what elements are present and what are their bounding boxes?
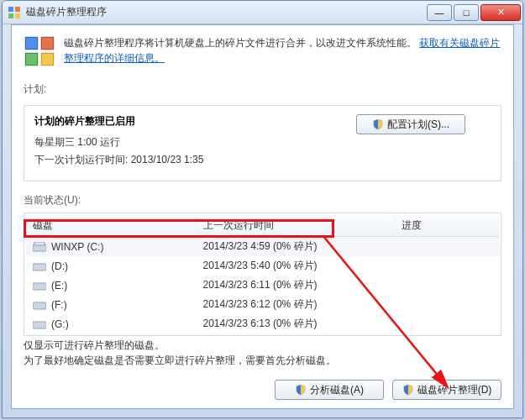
drive-last-run: 2014/3/23 4:59 (0% 碎片) (197, 237, 395, 257)
shield-icon (295, 384, 307, 396)
drive-last-run: 2014/3/23 5:40 (0% 碎片) (197, 256, 395, 276)
drive-last-run: 2014/3/23 6:12 (0% 碎片) (197, 295, 395, 314)
maximize-button[interactable]: □ (454, 4, 479, 21)
schedule-frequency: 每星期三 1:00 运行 (34, 135, 346, 150)
drive-name: (F:) (51, 299, 67, 311)
defragment-disk-button[interactable]: 磁盘碎片整理(D) (392, 380, 501, 400)
footer-buttons: 分析磁盘(A) 磁盘碎片整理(D) (275, 380, 501, 400)
defrag-big-icon (24, 35, 55, 67)
svg-rect-4 (25, 37, 37, 49)
drive-icon (33, 319, 46, 329)
svg-rect-3 (15, 13, 20, 18)
table-row[interactable]: (D:) 2014/3/23 5:40 (0% 碎片) (26, 256, 499, 276)
dialog-window: 磁盘碎片整理程序 ― □ ✕ 磁盘碎片整理程序将计算机硬盘上的碎片文件进行合并，… (2, 0, 523, 418)
minimize-button[interactable]: ― (427, 4, 452, 21)
drive-progress (395, 295, 499, 314)
schedule-enabled-title: 计划的碎片整理已启用 (34, 114, 346, 129)
col-disk[interactable]: 磁盘 (26, 215, 197, 237)
drive-icon (33, 261, 46, 271)
drive-last-run: 2014/3/23 6:13 (0% 碎片) (197, 314, 395, 333)
drive-last-run: 2014/3/23 6:11 (0% 碎片) (197, 276, 395, 295)
disk-table-wrap: 磁盘 上一次运行时间 进度 WINXP (C:) 2014/3/23 4:59 … (24, 213, 501, 336)
svg-rect-2 (8, 13, 13, 18)
svg-rect-12 (33, 302, 46, 309)
shield-icon (372, 118, 384, 130)
svg-rect-13 (33, 322, 46, 328)
drive-icon (33, 281, 46, 291)
analyze-disk-label: 分析磁盘(A) (310, 383, 364, 397)
drive-progress (395, 276, 499, 295)
intro-text: 磁盘碎片整理程序将计算机硬盘上的碎片文件进行合并，以改进文件系统性能。 (64, 37, 417, 49)
svg-rect-6 (25, 53, 37, 65)
drive-icon (33, 242, 46, 252)
current-status-label: 当前状态(U): (24, 193, 501, 207)
shield-icon (402, 384, 414, 396)
defragment-disk-label: 磁盘碎片整理(D) (417, 383, 492, 397)
content-pane: 磁盘碎片整理程序将计算机硬盘上的碎片文件进行合并，以改进文件系统性能。 获取有关… (11, 24, 514, 409)
close-button[interactable]: ✕ (480, 4, 521, 21)
schedule-next-run: 下一次计划运行时间: 2013/10/23 1:35 (34, 153, 346, 167)
svg-rect-5 (41, 37, 53, 49)
footnote-line2: 为了最好地确定磁盘是否需要立即进行碎片整理，需要首先分析磁盘。 (24, 353, 501, 368)
drive-progress (395, 256, 499, 276)
svg-rect-0 (8, 7, 13, 12)
defrag-app-icon (8, 6, 21, 19)
footnote: 仅显示可进行碎片整理的磁盘。 为了最好地确定磁盘是否需要立即进行碎片整理，需要首… (24, 338, 501, 368)
drive-name: (E:) (51, 280, 67, 291)
drive-progress (395, 237, 499, 257)
schedule-box: 计划的碎片整理已启用 每星期三 1:00 运行 下一次计划运行时间: 2013/… (24, 105, 501, 181)
intro-text-block: 磁盘碎片整理程序将计算机硬盘上的碎片文件进行合并，以改进文件系统性能。 获取有关… (64, 35, 501, 67)
svg-rect-7 (41, 53, 53, 65)
analyze-disk-button[interactable]: 分析磁盘(A) (275, 380, 384, 400)
col-progress[interactable]: 进度 (395, 215, 499, 237)
disk-table: 磁盘 上一次运行时间 进度 WINXP (C:) 2014/3/23 4:59 … (26, 215, 499, 333)
svg-rect-9 (34, 242, 45, 245)
table-row[interactable]: WINXP (C:) 2014/3/23 4:59 (0% 碎片) (26, 237, 499, 257)
window-title: 磁盘碎片整理程序 (26, 5, 425, 19)
svg-rect-10 (33, 264, 46, 270)
drive-name: WINXP (C:) (51, 241, 103, 253)
drive-name: (D:) (51, 260, 68, 272)
drive-progress (395, 314, 499, 333)
svg-rect-11 (33, 283, 46, 290)
plan-label: 计划: (24, 82, 501, 97)
drive-icon (33, 300, 46, 310)
svg-rect-1 (15, 7, 20, 12)
table-row[interactable]: (F:) 2014/3/23 6:12 (0% 碎片) (26, 295, 499, 314)
table-row[interactable]: (G:) 2014/3/23 6:13 (0% 碎片) (26, 314, 499, 333)
titlebar[interactable]: 磁盘碎片整理程序 ― □ ✕ (3, 1, 522, 24)
intro-banner: 磁盘碎片整理程序将计算机硬盘上的碎片文件进行合并，以改进文件系统性能。 获取有关… (24, 35, 501, 67)
configure-schedule-button[interactable]: 配置计划(S)... (356, 114, 465, 134)
configure-schedule-label: 配置计划(S)... (387, 118, 449, 132)
col-last-run[interactable]: 上一次运行时间 (197, 215, 395, 237)
table-row[interactable]: (E:) 2014/3/23 6:11 (0% 碎片) (26, 276, 499, 295)
footnote-line1: 仅显示可进行碎片整理的磁盘。 (24, 338, 501, 353)
window-controls: ― □ ✕ (425, 4, 521, 21)
drive-name: (G:) (51, 318, 69, 330)
